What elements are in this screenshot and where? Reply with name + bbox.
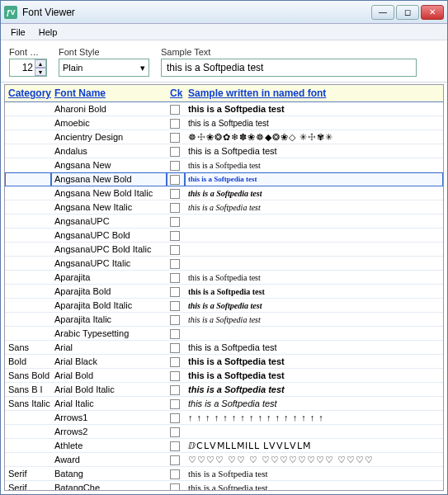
checkbox-icon[interactable] [170, 385, 180, 395]
cell-ck[interactable] [167, 257, 185, 271]
table-row[interactable]: Sans ItalicArial Italicthis is a Softped… [5, 397, 443, 411]
cell-ck[interactable] [167, 172, 185, 186]
checkbox-icon[interactable] [170, 119, 180, 129]
table-row[interactable]: AthleteⅅⅭⅬⅤⅯⅬⅬⅯⅠⅬⅬ ⅬⅤⅤⅬⅤⅬⅯ [5, 439, 443, 453]
maximize-button[interactable]: ◻ [396, 5, 419, 20]
cell-ck[interactable] [167, 355, 185, 369]
cell-ck[interactable] [167, 229, 185, 243]
font-table-scroll[interactable]: Category Font Name Ck Sample written in … [5, 85, 443, 490]
checkbox-icon[interactable] [170, 329, 180, 339]
table-row[interactable]: SerifBatangChethis is a Softpedia test [5, 481, 443, 491]
cell-ck[interactable] [167, 130, 185, 144]
cell-ck[interactable] [167, 102, 185, 116]
checkbox-icon[interactable] [170, 133, 180, 143]
size-down-button[interactable]: ▼ [35, 68, 46, 76]
close-button[interactable]: ✕ [421, 5, 444, 20]
cell-ck[interactable] [167, 243, 185, 257]
checkbox-icon[interactable] [170, 413, 180, 423]
checkbox-icon[interactable] [170, 105, 180, 115]
checkbox-icon[interactable] [170, 315, 180, 325]
checkbox-icon[interactable] [170, 301, 180, 311]
table-row[interactable]: Aparajita Boldthis is a Softpedia test [5, 285, 443, 299]
titlebar[interactable]: ƒV Font Viewer — ◻ ✕ [1, 1, 447, 24]
cell-ck[interactable] [167, 425, 185, 439]
cell-ck[interactable] [167, 313, 185, 327]
header-ck[interactable]: Ck [167, 85, 185, 102]
table-row[interactable]: AngsanaUPC Italic [5, 257, 443, 271]
cell-ck[interactable] [167, 285, 185, 299]
checkbox-icon[interactable] [170, 483, 180, 490]
cell-ck[interactable] [167, 383, 185, 397]
table-row[interactable]: SerifBatangthis is a Softpedia test [5, 467, 443, 481]
table-row[interactable]: Andalusthis is a Softpedia test [5, 144, 443, 158]
table-row[interactable]: Sans BoldArial Boldthis is a Softpedia t… [5, 369, 443, 383]
checkbox-icon[interactable] [170, 427, 180, 437]
menu-help[interactable]: Help [32, 26, 64, 39]
checkbox-icon[interactable] [170, 217, 180, 227]
cell-ck[interactable] [167, 271, 185, 285]
header-category[interactable]: Category [5, 85, 51, 102]
table-row[interactable]: Amoebicthis is a Softpedia test [5, 116, 443, 130]
table-row[interactable]: BoldArial Blackthis is a Softpedia test [5, 355, 443, 369]
checkbox-icon[interactable] [170, 203, 180, 213]
header-sample[interactable]: Sample written in named font [185, 85, 443, 102]
cell-ck[interactable] [167, 411, 185, 425]
table-row[interactable]: Aharoni Boldthis is a Softpedia test [5, 102, 443, 116]
cell-ck[interactable] [167, 439, 185, 453]
header-font-name[interactable]: Font Name [51, 85, 167, 102]
cell-ck[interactable] [167, 341, 185, 355]
cell-ck[interactable] [167, 186, 185, 200]
table-row[interactable]: Aparajita Italicthis is a Softpedia test [5, 313, 443, 327]
menu-file[interactable]: File [4, 26, 32, 39]
table-row[interactable]: Arrows1↑ ↑ ↑ ↑ ↑ ↑ ↑ ↑ ↑ ↑ ↑ ↑ ↑ ↑ ↑ ↑ [5, 411, 443, 425]
table-row[interactable]: AngsanaUPC Bold [5, 229, 443, 243]
font-style-select[interactable]: Plain ▾ [59, 59, 149, 77]
table-row[interactable]: SansArialthis is a Softpedia test [5, 341, 443, 355]
table-row[interactable]: Angsana Newthis is a Softpedia test [5, 158, 443, 172]
table-row[interactable]: Aparajita Bold Italicthis is a Softpedia… [5, 299, 443, 313]
checkbox-icon[interactable] [170, 245, 180, 255]
checkbox-icon[interactable] [170, 161, 180, 171]
cell-ck[interactable] [167, 397, 185, 411]
cell-ck[interactable] [167, 467, 185, 481]
table-row[interactable]: Angsana New Boldthis is a Softpedia test [5, 172, 443, 186]
cell-ck[interactable] [167, 369, 185, 383]
checkbox-icon[interactable] [170, 287, 180, 297]
checkbox-icon[interactable] [170, 175, 180, 185]
checkbox-icon[interactable] [170, 273, 180, 283]
checkbox-icon[interactable] [170, 259, 180, 269]
cell-ck[interactable] [167, 327, 185, 341]
table-row[interactable]: Ancientry Design☸☩❀❂✿❄✽❀☸◆❂❀◇ ✳☩✾✳ [5, 130, 443, 144]
cell-ck[interactable] [167, 481, 185, 491]
checkbox-icon[interactable] [170, 455, 180, 465]
font-size-input[interactable] [10, 62, 35, 73]
table-row[interactable]: Award♡♡♡♡ ♡♡ ♡ ♡♡♡♡♡♡♡♡ ♡♡♡♡ [5, 453, 443, 467]
checkbox-icon[interactable] [170, 399, 180, 409]
cell-ck[interactable] [167, 144, 185, 158]
table-row[interactable]: Aparajitathis is a Softpedia test [5, 271, 443, 285]
checkbox-icon[interactable] [170, 357, 180, 367]
checkbox-icon[interactable] [170, 371, 180, 381]
checkbox-icon[interactable] [170, 343, 180, 353]
checkbox-icon[interactable] [170, 189, 180, 199]
table-row[interactable]: Arrows2 [5, 425, 443, 439]
sample-text-input[interactable] [161, 59, 417, 77]
checkbox-icon[interactable] [170, 231, 180, 241]
cell-ck[interactable] [167, 200, 185, 214]
table-row[interactable]: Angsana New Italicthis is a Softpedia te… [5, 200, 443, 214]
cell-ck[interactable] [167, 116, 185, 130]
cell-ck[interactable] [167, 214, 185, 229]
cell-ck[interactable] [167, 158, 185, 172]
table-row[interactable]: Angsana New Bold Italicthis is a Softped… [5, 186, 443, 200]
minimize-button[interactable]: — [371, 5, 394, 20]
font-size-stepper[interactable]: ▲ ▼ [9, 59, 47, 77]
table-row[interactable]: AngsanaUPC [5, 214, 443, 229]
checkbox-icon[interactable] [170, 147, 180, 157]
checkbox-icon[interactable] [170, 441, 180, 451]
table-row[interactable]: AngsanaUPC Bold Italic [5, 243, 443, 257]
table-row[interactable]: Arabic Typesetting [5, 327, 443, 341]
table-row[interactable]: Sans B IArial Bold Italicthis is a Softp… [5, 383, 443, 397]
cell-ck[interactable] [167, 299, 185, 313]
checkbox-icon[interactable] [170, 469, 180, 479]
size-up-button[interactable]: ▲ [35, 59, 46, 68]
